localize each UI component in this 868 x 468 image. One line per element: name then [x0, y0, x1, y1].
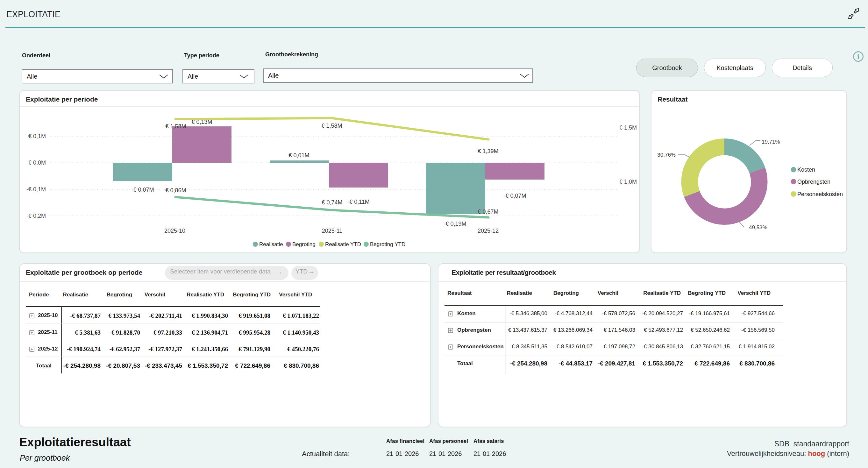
svg-text:€ 0,1M: € 0,1M [28, 133, 46, 139]
svg-text:€ 0,74M: € 0,74M [321, 199, 342, 206]
svg-text:-€ 0,07M: -€ 0,07M [503, 193, 526, 199]
svg-text:-€ 0,07M: -€ 0,07M [131, 187, 154, 193]
svg-text:Opbrengsten: Opbrengsten [797, 179, 830, 185]
svg-text:-€ 0,19M: -€ 0,19M [443, 221, 466, 227]
svg-text:€ 1,58M: € 1,58M [165, 123, 186, 130]
svg-text:€ 0,13M: € 0,13M [191, 119, 212, 125]
svg-text:€ 1,5M: € 1,5M [619, 124, 637, 131]
svg-text:Begroting YTD: Begroting YTD [370, 241, 405, 247]
svg-text:30,76%: 30,76% [657, 152, 676, 158]
svg-text:Kosten: Kosten [797, 166, 815, 173]
svg-text:€ 1,0M: € 1,0M [619, 179, 637, 185]
svg-text:19,71%: 19,71% [762, 139, 780, 145]
svg-text:€ 0,01M: € 0,01M [288, 152, 309, 159]
svg-text:Realisatie YTD: Realisatie YTD [325, 241, 361, 247]
svg-text:€ 1,58M: € 1,58M [321, 123, 342, 129]
svg-text:€ 0,86M: € 0,86M [165, 187, 186, 193]
svg-text:€ 0,0M: € 0,0M [28, 159, 46, 166]
svg-text:€ 1,39M: € 1,39M [477, 148, 498, 154]
svg-text:€ 0,67M: € 0,67M [477, 209, 498, 215]
svg-text:-€ 0,11M: -€ 0,11M [347, 199, 370, 205]
svg-text:2025-10: 2025-10 [164, 228, 185, 234]
svg-text:-€ 0,1M: -€ 0,1M [26, 186, 46, 193]
svg-text:Personeelskosten: Personeelskosten [797, 191, 843, 197]
svg-text:Begroting: Begroting [292, 241, 315, 247]
svg-text:2025-12: 2025-12 [477, 228, 499, 234]
svg-text:Realisatie: Realisatie [259, 241, 283, 247]
svg-text:49,53%: 49,53% [749, 224, 767, 230]
svg-text:-€ 0,2M: -€ 0,2M [26, 213, 46, 219]
svg-text:2025-11: 2025-11 [322, 228, 343, 234]
